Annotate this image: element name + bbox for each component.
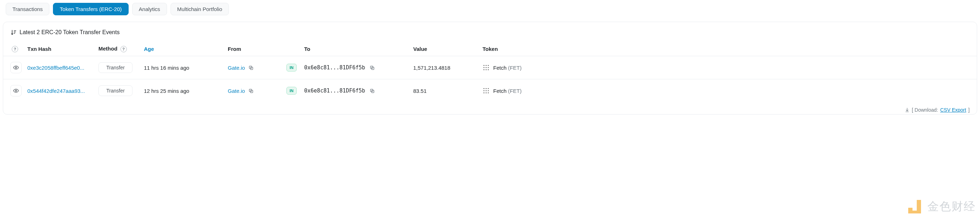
panel-title: Latest 2 ERC-20 Token Transfer Events (3, 22, 977, 42)
copy-icon[interactable] (248, 88, 254, 94)
header-token: Token (482, 46, 970, 52)
svg-point-20 (486, 88, 487, 89)
svg-point-11 (484, 69, 484, 70)
svg-point-7 (488, 65, 488, 66)
svg-point-0 (15, 67, 17, 68)
value-text: 1,571,213.4818 (413, 65, 450, 71)
rows-container: 0xe3c2058ffbeff645e0...Transfer11 hrs 16… (3, 56, 977, 102)
svg-point-9 (486, 67, 487, 68)
direction-badge: IN (286, 64, 297, 72)
token-link[interactable]: Fetch (FET) (493, 88, 522, 94)
svg-point-12 (486, 69, 487, 70)
transfers-panel: Latest 2 ERC-20 Token Transfer Events ? … (3, 22, 977, 115)
to-address[interactable]: 0x6e8c81...81DF6f5b (304, 64, 365, 71)
to-address[interactable]: 0x6e8c81...81DF6f5b (304, 88, 365, 94)
copy-icon[interactable] (369, 88, 375, 94)
header-from: From (228, 46, 286, 52)
svg-point-10 (488, 67, 488, 68)
txn-hash-link[interactable]: 0x544f42dfe247aaa93... (27, 88, 85, 94)
csv-export-link[interactable]: CSV Export (940, 107, 966, 113)
value-text: 83.51 (413, 88, 427, 94)
header-age[interactable]: Age (144, 46, 228, 52)
panel-title-text: Latest 2 ERC-20 Token Transfer Events (19, 29, 120, 35)
tab-token-transfers[interactable]: Token Transfers (ERC-20) (53, 3, 128, 15)
help-icon[interactable]: ? (12, 46, 18, 52)
token-link[interactable]: Fetch (FET) (493, 65, 522, 71)
table-header: ? Txn Hash Method ? Age From To Value To… (3, 42, 977, 56)
method-pill[interactable]: Transfer (99, 85, 132, 96)
tab-analytics[interactable]: Analytics (132, 3, 167, 15)
from-address-link[interactable]: Gate.io (228, 88, 245, 94)
footer-prefix: [ Download: (912, 107, 938, 113)
svg-point-5 (484, 65, 484, 66)
method-pill[interactable]: Transfer (99, 62, 132, 73)
svg-point-25 (484, 93, 484, 93)
svg-point-22 (484, 90, 484, 91)
footer-suffix: ] (968, 107, 970, 113)
help-icon[interactable]: ? (121, 46, 127, 52)
header-method: Method ? (99, 46, 144, 52)
tab-multichain-portfolio[interactable]: Multichain Portfolio (170, 3, 229, 15)
download-footer: [ Download: CSV Export ] (3, 102, 977, 114)
copy-icon[interactable] (369, 65, 375, 70)
svg-point-8 (484, 67, 484, 68)
table-row: 0xe3c2058ffbeff645e0...Transfer11 hrs 16… (3, 56, 977, 79)
table-row: 0x544f42dfe247aaa93...Transfer12 hrs 25 … (3, 79, 977, 102)
download-icon (905, 107, 910, 112)
header-value: Value (413, 46, 482, 52)
token-logo-icon (482, 64, 490, 71)
view-details-button[interactable] (10, 62, 22, 73)
sort-icon[interactable] (10, 29, 17, 35)
svg-point-26 (486, 93, 487, 93)
svg-point-21 (488, 88, 488, 89)
svg-point-23 (486, 90, 487, 91)
age-text: 12 hrs 25 mins ago (144, 88, 189, 94)
tabs-container: Transactions Token Transfers (ERC-20) An… (3, 3, 977, 15)
view-details-button[interactable] (10, 85, 22, 96)
svg-point-13 (488, 69, 488, 70)
direction-badge: IN (286, 87, 297, 95)
txn-hash-link[interactable]: 0xe3c2058ffbeff645e0... (27, 65, 84, 71)
svg-point-6 (486, 65, 487, 66)
age-text: 11 hrs 16 mins ago (144, 65, 189, 71)
token-logo-icon (482, 87, 490, 94)
header-txn-hash: Txn Hash (27, 46, 99, 52)
copy-icon[interactable] (248, 65, 254, 70)
tab-transactions[interactable]: Transactions (6, 3, 49, 15)
svg-point-27 (488, 93, 488, 93)
header-to: To (304, 46, 413, 52)
svg-point-14 (15, 90, 17, 91)
svg-point-19 (484, 88, 484, 89)
svg-point-24 (488, 90, 488, 91)
header-help: ? (10, 46, 27, 52)
from-address-link[interactable]: Gate.io (228, 65, 245, 71)
